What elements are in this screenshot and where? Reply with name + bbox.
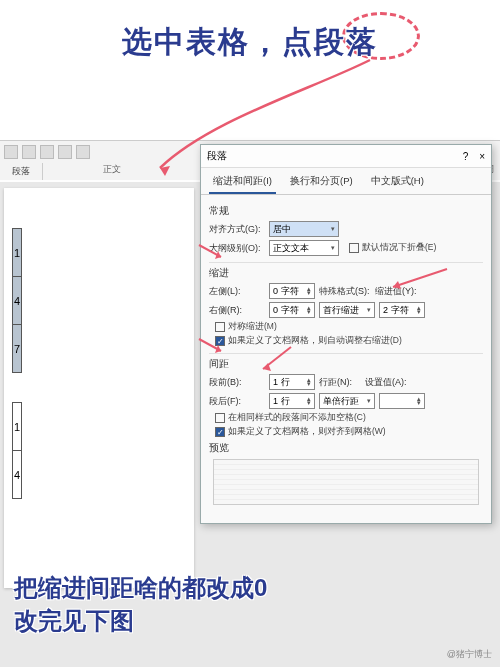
table-row: 4: [13, 277, 22, 325]
indent-by-label: 缩进值(Y):: [375, 285, 421, 298]
ribbon-group-paragraph[interactable]: 段落: [0, 163, 43, 180]
outline-label: 大纲级别(O):: [209, 242, 265, 255]
page: 1 4 7 1 4: [4, 188, 194, 588]
preview-label: 预览: [209, 442, 483, 455]
indent-left-spinner[interactable]: 0 字符▴▾: [269, 283, 315, 299]
nospace-checkbox[interactable]: [215, 413, 225, 423]
help-button[interactable]: ?: [463, 151, 469, 162]
dialog-tabs: 缩进和间距(I) 换行和分页(P) 中文版式(H): [201, 168, 491, 195]
indent-right-label: 右侧(R):: [209, 304, 265, 317]
alignment-select[interactable]: 居中▾: [269, 221, 339, 237]
table-row: 7: [13, 325, 22, 373]
section-spacing: 间距: [209, 353, 483, 371]
at-label: 设置值(A):: [365, 376, 411, 389]
at-spinner[interactable]: ▴▾: [379, 393, 425, 409]
indent-right-spinner[interactable]: 0 字符▴▾: [269, 302, 315, 318]
paragraph-dialog: 段落 ? × 缩进和间距(I) 换行和分页(P) 中文版式(H) 常规 对齐方式…: [200, 144, 492, 524]
table-row: 1: [13, 229, 22, 277]
line-spacing-select[interactable]: 单倍行距▾: [319, 393, 375, 409]
selected-table[interactable]: 1 4 7: [12, 228, 22, 373]
after-spinner[interactable]: 1 行▴▾: [269, 393, 315, 409]
tab-line-page-breaks[interactable]: 换行和分页(P): [286, 172, 357, 194]
bullet-list-icon[interactable]: [4, 145, 18, 159]
mirror-checkbox[interactable]: [215, 322, 225, 332]
section-indent: 缩进: [209, 262, 483, 280]
table-cell: 7: [13, 325, 22, 373]
table-cell: 1: [13, 403, 22, 451]
preview-box: [213, 459, 479, 505]
dialog-title: 段落: [207, 149, 227, 163]
indent-left-label: 左侧(L):: [209, 285, 265, 298]
annotation-top: 选中表格，点段落: [0, 22, 500, 63]
table-cell: 4: [13, 277, 22, 325]
section-general: 常规: [209, 205, 483, 218]
annotation-bottom: 把缩进间距啥的都改成0 改完见下图: [14, 572, 486, 637]
before-spinner[interactable]: 1 行▴▾: [269, 374, 315, 390]
mirror-label: 对称缩进(M): [228, 321, 277, 331]
table-cell: 1: [13, 229, 22, 277]
multilevel-list-icon[interactable]: [40, 145, 54, 159]
autogrid-checkbox[interactable]: ✓: [215, 336, 225, 346]
special-label: 特殊格式(S):: [319, 285, 371, 298]
increase-indent-icon[interactable]: [76, 145, 90, 159]
decrease-indent-icon[interactable]: [58, 145, 72, 159]
snapgrid-checkbox[interactable]: ✓: [215, 427, 225, 437]
autogrid-label: 如果定义了文档网格，则自动调整右缩进(D): [228, 335, 402, 345]
outline-select[interactable]: 正文文本▾: [269, 240, 339, 256]
number-list-icon[interactable]: [22, 145, 36, 159]
tab-asian-typography[interactable]: 中文版式(H): [367, 172, 428, 194]
alignment-label: 对齐方式(G):: [209, 223, 265, 236]
style-body[interactable]: 正文: [103, 163, 121, 180]
after-label: 段后(F):: [209, 395, 265, 408]
tab-indent-spacing[interactable]: 缩进和间距(I): [209, 172, 276, 194]
collapse-label: 默认情况下折叠(E): [362, 242, 436, 252]
collapse-checkbox[interactable]: [349, 243, 359, 253]
nospace-label: 在相同样式的段落间不添加空格(C): [228, 412, 366, 422]
close-button[interactable]: ×: [479, 151, 485, 162]
snapgrid-label: 如果定义了文档网格，则对齐到网格(W): [228, 426, 386, 436]
table-row: 1: [13, 403, 22, 451]
before-label: 段前(B):: [209, 376, 265, 389]
watermark: @猪宁博士: [447, 648, 492, 661]
table-row: 4: [13, 451, 22, 499]
table-below[interactable]: 1 4: [12, 402, 22, 499]
indent-by-spinner[interactable]: 2 字符▴▾: [379, 302, 425, 318]
special-select[interactable]: 首行缩进▾: [319, 302, 375, 318]
line-spacing-label: 行距(N):: [319, 376, 361, 389]
table-cell: 4: [13, 451, 22, 499]
